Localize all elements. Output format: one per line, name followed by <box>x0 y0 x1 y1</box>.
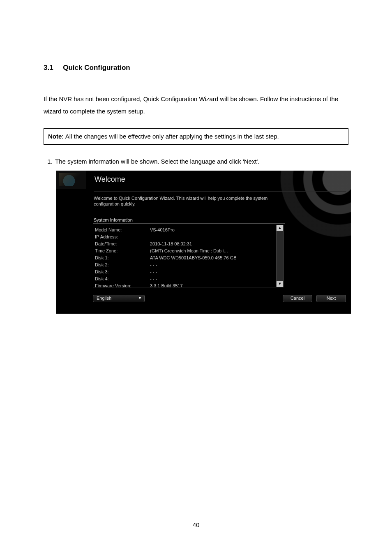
wizard-intro: Welcome to Quick Configuration Wizard. T… <box>94 195 343 207</box>
row-key: Disk 3: <box>95 268 150 275</box>
page-number: 40 <box>0 520 392 530</box>
table-row: Firmware Version:3.3.1 Build 3517 <box>95 282 276 289</box>
row-val: - - - <box>150 268 157 275</box>
language-select[interactable]: English ▼ <box>93 295 145 302</box>
row-key: Firmware Version: <box>95 282 150 289</box>
divider <box>94 191 346 192</box>
scroll-down-button[interactable]: ▼ <box>277 281 283 287</box>
system-info-table: Model Name:VS-4016Pro IP Address: Date/T… <box>93 225 284 287</box>
table-row: Model Name:VS-4016Pro <box>95 227 276 234</box>
row-val: 3.3.1 Build 3517 <box>150 282 183 289</box>
row-val: - - - <box>150 275 157 282</box>
note-label: Note: <box>48 133 64 140</box>
chevron-down-icon: ▼ <box>278 282 282 286</box>
wizard-footer: English ▼ Cancel Next <box>93 294 346 303</box>
next-button-label: Next <box>327 295 336 302</box>
table-row: Disk 3:- - - <box>95 268 276 275</box>
row-val: VS-4016Pro <box>150 227 175 234</box>
step-1: The system information will be shown. Se… <box>54 157 348 166</box>
system-info-rows: Model Name:VS-4016Pro IP Address: Date/T… <box>93 225 276 287</box>
section-number: 3.1 <box>44 64 53 72</box>
row-val: ATA WDC WD5001ABYS-059.0 465.76 GB <box>150 254 237 261</box>
scrollbar-track[interactable] <box>277 231 283 281</box>
wizard-header: Welcome <box>56 171 351 189</box>
table-row: Time Zone:(GMT) Greenwich Mean Time : Du… <box>95 247 276 254</box>
system-info-heading: System Information <box>94 217 133 224</box>
wizard-title: Welcome <box>95 174 125 185</box>
wizard-intro-line2: configuration quickly. <box>94 201 136 206</box>
row-key: Model Name: <box>95 227 150 234</box>
cancel-button[interactable]: Cancel <box>283 295 312 302</box>
row-val: (GMT) Greenwich Mean Time : Dubli… <box>150 247 228 254</box>
chevron-up-icon: ▲ <box>278 226 282 230</box>
section-heading: 3.1 Quick Configuration <box>44 62 348 73</box>
table-row: Disk 2:- - - <box>95 261 276 268</box>
table-row: Date/Time:2010-11-18 08:02:31 <box>95 240 276 247</box>
divider <box>93 306 346 306</box>
row-key: IP Address: <box>95 234 150 240</box>
body-paragraph: If the NVR has not been configured, Quic… <box>44 93 348 118</box>
row-val: 2010-11-18 08:02:31 <box>150 240 192 247</box>
row-key: Disk 1: <box>95 254 150 261</box>
table-row: IP Address: <box>95 234 276 240</box>
row-key: Time Zone: <box>95 247 150 254</box>
wizard-intro-line1: Welcome to Quick Configuration Wizard. T… <box>94 196 267 201</box>
section-title-text: Quick Configuration <box>63 64 130 72</box>
divider <box>93 223 285 224</box>
table-row: Disk 1:ATA WDC WD5001ABYS-059.0 465.76 G… <box>95 254 276 261</box>
scrollbar[interactable]: ▲ ▼ <box>276 225 283 287</box>
scroll-up-button[interactable]: ▲ <box>277 225 283 231</box>
note-text: All the changes will be effective only a… <box>64 133 279 140</box>
row-val: - - - <box>150 261 157 268</box>
next-button[interactable]: Next <box>316 295 346 302</box>
cancel-button-label: Cancel <box>291 295 304 302</box>
note-box: Note: All the changes will be effective … <box>44 128 348 145</box>
row-key: Date/Time: <box>95 240 150 247</box>
chevron-down-icon: ▼ <box>138 296 142 301</box>
steps-list: The system information will be shown. Se… <box>44 157 348 166</box>
table-row: Disk 4:- - - <box>95 275 276 282</box>
row-key: Disk 2: <box>95 261 150 268</box>
language-value: English <box>97 295 111 302</box>
wizard-screenshot: Welcome Welcome to Quick Configuration W… <box>56 171 351 314</box>
row-key: Disk 4: <box>95 275 150 282</box>
